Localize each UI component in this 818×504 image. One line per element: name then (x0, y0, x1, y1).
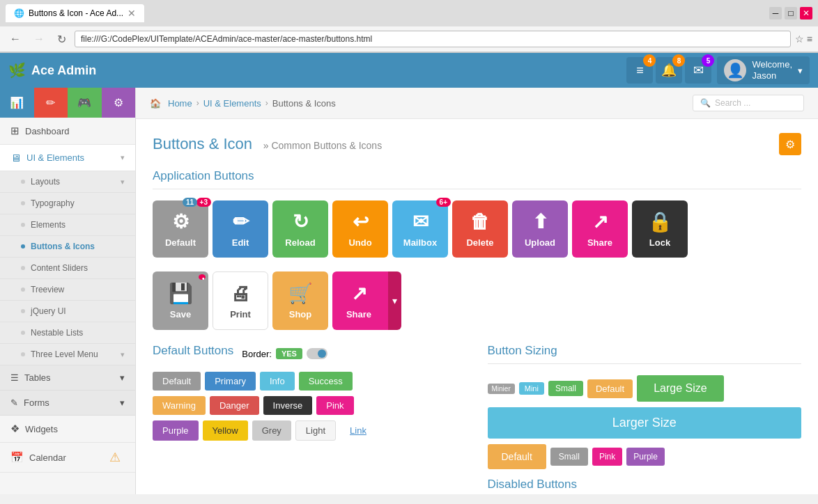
tab-title: Buttons & Icon - Ace Ad... (29, 8, 123, 18)
save-btn-label: Save (170, 309, 191, 320)
sidebar-item-dashboard[interactable]: ⊞ Dashboard (0, 118, 135, 145)
page-settings-button[interactable]: ⚙ (779, 133, 801, 155)
default-badge-1: +3 (196, 198, 211, 207)
size-btn-minier[interactable]: Minier (488, 384, 515, 394)
bookmark-icon[interactable]: ☆ (795, 33, 804, 45)
sidebar-label-jquery: jQuery UI (31, 306, 66, 316)
size-btn-default[interactable]: Default (587, 379, 633, 398)
btn-purple[interactable]: Purple (153, 420, 199, 441)
border-toggle-slider[interactable] (307, 348, 327, 359)
forms-icon: ✎ (10, 397, 18, 408)
tab-close-icon[interactable]: ✕ (128, 8, 136, 19)
sidebar-top-btn-chart[interactable]: 📊 (0, 88, 34, 118)
breadcrumb-ui-elements[interactable]: UI & Elements (203, 98, 261, 109)
page-content: Buttons & Icon » Common Buttons & Icons … (136, 119, 818, 494)
app-btn-delete[interactable]: 🗑 Delete (452, 200, 508, 258)
btn-pink[interactable]: Pink (316, 396, 353, 415)
btn-default[interactable]: Default (153, 372, 201, 391)
sidebar-label-elements: Elements (31, 220, 65, 230)
sidebar-item-jquery-ui[interactable]: jQuery UI (0, 301, 135, 322)
app-btn-lock[interactable]: 🔒 Lock (632, 200, 688, 258)
size-btn-purple2[interactable]: Purple (626, 448, 665, 466)
app-btn-mailbox[interactable]: 6+ ✉ Mailbox (392, 200, 448, 258)
size-btn-default2[interactable]: Default (488, 444, 546, 469)
sidebar-item-tables[interactable]: ☰ Tables ▾ (0, 365, 135, 391)
breadcrumb-bar: 🏠 Home › UI & Elements › Buttons & Icons… (136, 88, 818, 119)
lock-btn-icon: 🔒 (648, 210, 672, 233)
refresh-button[interactable]: ↻ (53, 31, 70, 47)
sidebar-item-layouts[interactable]: Layouts ▾ (0, 171, 135, 193)
shop-btn-icon: 🛒 (288, 282, 313, 305)
search-box[interactable]: 🔍 Search ... (693, 95, 804, 111)
size-btn-small2[interactable]: Small (550, 448, 588, 466)
sidebar-item-buttons-icons[interactable]: Buttons & Icons (0, 236, 135, 258)
btn-danger[interactable]: Danger (210, 396, 259, 415)
size-btn-large[interactable]: Large Size (637, 375, 724, 402)
sidebar-top-btn-settings[interactable]: ⚙ (102, 88, 136, 118)
btn-light[interactable]: Light (295, 420, 336, 441)
brand-name: Ace Admin (31, 63, 96, 78)
app-btn-reload[interactable]: ↻ Reload (272, 200, 328, 258)
maximize-button[interactable]: □ (785, 7, 797, 19)
sidebar-item-calendar[interactable]: 📅 Calendar ⚠ (0, 443, 135, 473)
nav-bell-button[interactable]: 🔔 8 (656, 57, 682, 84)
share2-split-arrow[interactable]: ▾ (388, 271, 401, 330)
sidebar-item-three-level[interactable]: Three Level Menu ▾ (0, 344, 135, 365)
print-btn-icon: 🖨 (231, 282, 250, 305)
page-subtitle: » Common Buttons & Icons (263, 140, 382, 151)
back-button[interactable]: ← (6, 31, 25, 47)
btn-inverse[interactable]: Inverse (263, 396, 313, 415)
sidebar-item-treeview[interactable]: Treeview (0, 279, 135, 301)
app-btn-upload[interactable]: ⬆ Upload (512, 200, 568, 258)
delete-btn-icon: 🗑 (470, 210, 490, 233)
sidebar-item-content-sliders[interactable]: Content Sliders (0, 258, 135, 279)
size-btn-small[interactable]: Small (548, 381, 583, 396)
btn-warning[interactable]: Warning (153, 396, 206, 415)
sidebar-top-btn-edit[interactable]: ✏ (34, 88, 68, 118)
app-btn-share[interactable]: ↗ Share (572, 200, 628, 258)
mail-badge: 5 (702, 54, 714, 67)
sidebar-item-widgets[interactable]: ❖ Widgets (0, 416, 135, 443)
browser-tab[interactable]: 🌐 Buttons & Icon - Ace Ad... ✕ (6, 4, 144, 22)
size-btn-larger[interactable]: Larger Size (488, 407, 802, 439)
app-btn-undo[interactable]: ↩ Undo (332, 200, 388, 258)
sidebar-item-forms[interactable]: ✎ Forms ▾ (0, 391, 135, 416)
home-icon: 🏠 (150, 98, 161, 109)
btn-yellow[interactable]: Yellow (203, 420, 248, 441)
user-menu[interactable]: 👤 Welcome, Jason ▾ (717, 56, 810, 84)
app-btn-save[interactable]: • 💾 Save (153, 271, 208, 330)
sidebar-item-nestable[interactable]: Nestable Lists (0, 322, 135, 344)
address-bar[interactable]: file:///G:/CodePlex/UITemplate/ACEAdmin/… (75, 31, 791, 47)
minimize-button[interactable]: ─ (769, 7, 782, 19)
sidebar-item-typography[interactable]: Typography (0, 193, 135, 214)
share-btn-label: Share (587, 237, 612, 248)
sidebar-item-elements[interactable]: Elements (0, 214, 135, 236)
sidebar-item-ui-elements[interactable]: 🖥 UI & Elements ▾ (0, 145, 135, 171)
app-btn-share2[interactable]: ↗ Share (332, 271, 388, 330)
app-btn-default[interactable]: +3 11 ⚙ Default (153, 200, 208, 258)
btn-grey[interactable]: Grey (252, 420, 291, 441)
btn-info[interactable]: Info (260, 372, 295, 391)
close-button[interactable]: ✕ (800, 7, 812, 19)
menu-icon[interactable]: ≡ (807, 33, 812, 45)
size-btn-pink2[interactable]: Pink (592, 448, 622, 466)
sidebar: 📊 ✏ 🎮 ⚙ ⊞ Dashboard 🖥 UI & Elements ▾ (0, 88, 136, 494)
sidebar-top-btn-game[interactable]: 🎮 (68, 88, 102, 118)
app-btn-shop[interactable]: 🛒 Shop (272, 271, 328, 330)
sidebar-top-buttons: 📊 ✏ 🎮 ⚙ (0, 88, 135, 118)
nav-mail-button[interactable]: ✉ 5 (685, 57, 711, 84)
app-buttons-heading: Application Buttons (153, 169, 801, 189)
app-btn-edit[interactable]: ✏ Edit (213, 200, 268, 258)
nav-menu-button[interactable]: ≡ 4 (626, 57, 653, 84)
forms-arrow: ▾ (120, 397, 125, 408)
breadcrumb-home[interactable]: Home (168, 98, 192, 109)
btn-link[interactable]: Link (340, 420, 376, 441)
forward-button[interactable]: → (29, 31, 49, 47)
default-btn-icon: ⚙ (172, 210, 190, 233)
size-btn-mini[interactable]: Mini (519, 382, 544, 395)
app-btn-print[interactable]: 🖨 Print (213, 271, 268, 330)
btn-success[interactable]: Success (299, 372, 353, 391)
sidebar-label-three-level: Three Level Menu (31, 349, 98, 359)
btn-primary[interactable]: Primary (205, 372, 256, 391)
default-btn-row-1: Default Primary Info Success (153, 372, 467, 391)
